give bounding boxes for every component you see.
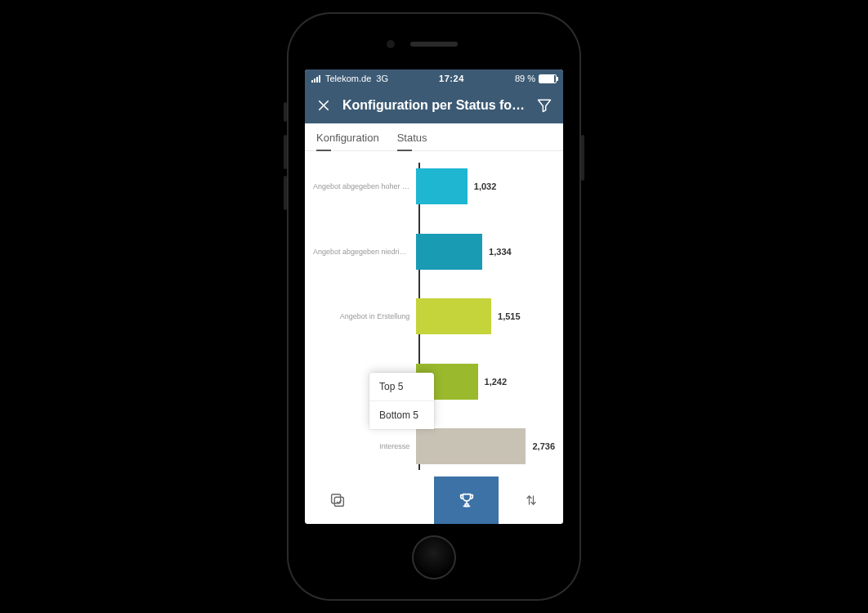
phone-frame: Telekom.de 3G 17:24 89 % <box>287 12 581 601</box>
home-button[interactable] <box>412 535 456 579</box>
battery-level <box>539 75 554 83</box>
chart-category-label: Interesse <box>313 442 416 450</box>
chart-value-label: 1,515 <box>498 311 521 321</box>
chart-row[interactable]: Angebot in Erstellung1,515 <box>313 293 555 340</box>
chart-category-label: Angebot abgegeben hoher Wettbew… <box>313 182 416 190</box>
page-title: Konfiguration per Status for… <box>342 98 526 113</box>
close-button[interactable] <box>313 95 334 116</box>
rank-option-bottom5[interactable]: Bottom 5 <box>369 400 434 429</box>
chart-value-label: 2,736 <box>532 441 555 451</box>
chart-area: Angebot abgegeben hoher Wettbew…1,032Ang… <box>305 151 563 477</box>
sort-button[interactable] <box>499 477 563 524</box>
phone-camera <box>387 40 395 48</box>
tab-konfiguration[interactable]: Konfiguration <box>316 132 379 150</box>
chart-bar-wrap: 1,515 <box>416 298 555 334</box>
chart-bar-wrap: 2,736 <box>416 428 555 464</box>
chart-bar-wrap: 1,334 <box>416 234 555 270</box>
signal-icon <box>311 74 320 83</box>
chart-bar-wrap: 1,242 <box>416 364 555 400</box>
chart-bar-wrap: 1,032 <box>416 168 555 204</box>
chart-category-label: Angebot abgegeben niedriger Wettb… <box>313 248 416 256</box>
volume-down-button <box>284 176 287 210</box>
power-button <box>581 135 584 181</box>
clock-label: 17:24 <box>393 74 510 83</box>
network-label: 3G <box>376 74 388 83</box>
chart-bar <box>416 298 491 334</box>
tab-bar: Konfiguration Status <box>305 123 563 151</box>
trophy-button[interactable] <box>434 477 499 524</box>
trophy-icon <box>458 491 476 509</box>
bottom-toolbar <box>305 477 563 524</box>
volume-up-button <box>284 135 287 169</box>
tab-label: Status <box>397 132 427 144</box>
close-icon <box>316 98 331 113</box>
filter-icon <box>536 97 553 114</box>
mute-switch <box>284 102 287 122</box>
tab-status[interactable]: Status <box>397 132 427 150</box>
battery-icon <box>539 74 557 83</box>
chart-bar <box>416 428 526 464</box>
phone-speaker <box>410 42 458 47</box>
chart-value-label: 1,032 <box>474 181 497 191</box>
nav-header: Konfiguration per Status for… <box>305 87 563 123</box>
carrier-label: Telekom.de <box>325 74 371 83</box>
rank-option-label: Bottom 5 <box>379 409 418 421</box>
chart-row[interactable]: Interesse2,736 <box>313 423 555 470</box>
chart-row[interactable]: Angebot abgegeben hoher Wettbew…1,032 <box>313 163 555 210</box>
status-bar: Telekom.de 3G 17:24 89 % <box>305 69 563 87</box>
select-all-icon <box>329 491 347 509</box>
chart-bar <box>416 234 482 270</box>
chart-value-label: 1,242 <box>485 377 508 387</box>
chart-category-label: Angebot in Erstellung <box>313 312 416 320</box>
chart-row[interactable]: Angebot abgegeben niedriger Wettb…1,334 <box>313 228 555 275</box>
chart-row[interactable]: Gewonnen1,242 <box>313 358 555 405</box>
battery-percent-label: 89 % <box>515 74 535 83</box>
tab-label: Konfiguration <box>316 132 379 144</box>
chart-bar <box>416 168 468 204</box>
rank-popover: Top 5 Bottom 5 <box>369 373 434 429</box>
sort-icon <box>523 492 539 508</box>
screen: Telekom.de 3G 17:24 89 % <box>305 69 563 524</box>
chart-rows: Angebot abgegeben hoher Wettbew…1,032Ang… <box>313 163 555 470</box>
rank-option-label: Top 5 <box>379 381 403 392</box>
rank-option-top5[interactable]: Top 5 <box>369 373 434 400</box>
chart-value-label: 1,334 <box>489 247 512 257</box>
select-all-button[interactable] <box>305 477 369 524</box>
filter-button[interactable] <box>534 95 555 116</box>
rank-button[interactable] <box>369 477 434 524</box>
